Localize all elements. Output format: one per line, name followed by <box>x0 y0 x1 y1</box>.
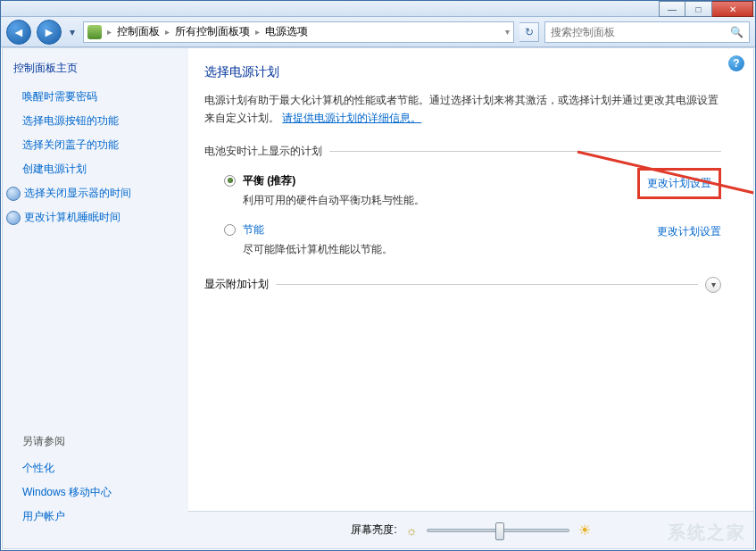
plan-balanced-desc: 利用可用的硬件自动平衡功耗与性能。 <box>243 188 630 208</box>
sidebar-link-power-button[interactable]: 选择电源按钮的功能 <box>22 109 176 133</box>
plan-saver-radio[interactable] <box>224 224 236 236</box>
refresh-icon: ↻ <box>525 26 534 38</box>
address-bar[interactable]: ▸ 控制面板 ▸ 所有控制面板项 ▸ 电源选项 ▾ <box>83 21 514 43</box>
sidebar-link-sleep-time[interactable]: 更改计算机睡眠时间 <box>6 205 176 230</box>
plan-balanced-radio[interactable] <box>224 175 236 187</box>
refresh-button[interactable]: ↻ <box>519 22 539 42</box>
close-button[interactable]: ✕ <box>712 1 753 17</box>
sidebar-link-wake-password[interactable]: 唤醒时需要密码 <box>22 85 176 109</box>
breadcrumb-2[interactable]: 所有控制面板项 <box>175 24 250 39</box>
help-icon: ? <box>733 57 739 70</box>
divider <box>329 151 721 152</box>
arrow-left-icon: ◄ <box>12 25 25 39</box>
sidebar-item-label: 更改计算机睡眠时间 <box>24 210 120 225</box>
search-input[interactable] <box>551 26 725 38</box>
content-area: 控制面板主页 唤醒时需要密码 选择电源按钮的功能 选择关闭盖子的功能 创建电源计… <box>2 47 754 549</box>
slider-thumb[interactable] <box>495 522 504 540</box>
breadcrumb-3[interactable]: 电源选项 <box>265 24 308 39</box>
chevron-right-icon: ▸ <box>165 27 170 37</box>
titlebar: — □ ✕ <box>1 1 755 17</box>
see-also-heading: 另请参阅 <box>22 434 176 449</box>
chevron-right-icon: ▸ <box>107 27 112 37</box>
page-description: 电源计划有助于最大化计算机的性能或者节能。通过选择计划来将其激活，或选择计划并通… <box>204 91 721 128</box>
change-plan-saver-link[interactable]: 更改计划设置 <box>657 222 721 239</box>
chevron-down-icon[interactable]: ▾ <box>505 27 510 37</box>
help-button[interactable]: ? <box>728 55 744 71</box>
page-title: 选择电源计划 <box>204 64 721 80</box>
watermark: 系统之家 <box>668 521 746 545</box>
additional-plans-row: 显示附加计划 ▾ <box>204 277 721 293</box>
seealso-mobility-center[interactable]: Windows 移动中心 <box>22 480 176 505</box>
seealso-personalization[interactable]: 个性化 <box>22 456 176 480</box>
divider <box>276 284 698 285</box>
nav-toolbar: ◄ ► ▾ ▸ 控制面板 ▸ 所有控制面板项 ▸ 电源选项 ▾ ↻ 🔍 <box>1 17 755 47</box>
more-info-link[interactable]: 请提供电源计划的详细信息。 <box>282 112 421 124</box>
expand-plans-button[interactable]: ▾ <box>705 277 721 293</box>
plan-balanced-row: 平衡 (推荐) 利用可用的硬件自动平衡功耗与性能。 更改计划设置 <box>204 159 721 208</box>
plans-section-header: 电池安时计上显示的计划 <box>204 144 721 159</box>
additional-plans-label: 显示附加计划 <box>204 277 269 292</box>
search-icon: 🔍 <box>730 26 744 38</box>
chevron-down-icon: ▾ <box>711 280 716 289</box>
see-also-section: 另请参阅 个性化 Windows 移动中心 用户帐户 <box>3 434 188 538</box>
maximize-button[interactable]: □ <box>685 1 712 17</box>
back-button[interactable]: ◄ <box>6 20 31 45</box>
plan-saver-desc: 尽可能降低计算机性能以节能。 <box>243 238 650 257</box>
breadcrumb-1[interactable]: 控制面板 <box>117 24 160 39</box>
arrow-right-icon: ► <box>43 25 55 39</box>
main-pane: ? 选择电源计划 电源计划有助于最大化计算机的性能或者节能。通过选择计划来将其激… <box>188 48 753 548</box>
forward-button[interactable]: ► <box>37 20 62 45</box>
window-controls: — □ ✕ <box>659 1 753 17</box>
brightness-slider[interactable] <box>427 529 569 532</box>
plan-saver-name[interactable]: 节能 <box>243 223 264 236</box>
location-icon <box>87 25 102 39</box>
sidebar-link-close-lid[interactable]: 选择关闭盖子的功能 <box>22 133 176 157</box>
sidebar: 控制面板主页 唤醒时需要密码 选择电源按钮的功能 选择关闭盖子的功能 创建电源计… <box>3 48 188 548</box>
seealso-user-accounts[interactable]: 用户帐户 <box>22 505 176 529</box>
search-box[interactable]: 🔍 <box>544 21 750 43</box>
chevron-right-icon: ▸ <box>255 27 260 37</box>
sidebar-home-link[interactable]: 控制面板主页 <box>13 61 188 76</box>
sun-bright-icon: ☀ <box>578 522 591 538</box>
minimize-button[interactable]: — <box>659 1 685 17</box>
shield-icon <box>6 187 21 201</box>
sidebar-tasks: 唤醒时需要密码 选择电源按钮的功能 选择关闭盖子的功能 创建电源计划 选择关闭显… <box>3 85 188 233</box>
section-label-text: 电池安时计上显示的计划 <box>204 144 322 159</box>
sidebar-link-display-off[interactable]: 选择关闭显示器的时间 <box>6 181 176 205</box>
plan-saver-row: 节能 尽可能降低计算机性能以节能。 更改计划设置 <box>204 208 721 257</box>
brightness-label: 屏幕亮度: <box>351 522 396 538</box>
sidebar-item-label: 选择关闭显示器的时间 <box>24 186 131 201</box>
control-panel-window: — □ ✕ ◄ ► ▾ ▸ 控制面板 ▸ 所有控制面板项 ▸ 电源选项 ▾ ↻ <box>0 0 756 551</box>
plan-balanced-name[interactable]: 平衡 (推荐) <box>243 174 295 187</box>
shield-icon <box>6 211 21 225</box>
sidebar-link-create-plan[interactable]: 创建电源计划 <box>22 157 176 181</box>
change-plan-balanced-link[interactable]: 更改计划设置 <box>637 168 721 199</box>
sun-dim-icon: ☼ <box>406 523 418 538</box>
history-dropdown[interactable]: ▾ <box>67 23 78 41</box>
